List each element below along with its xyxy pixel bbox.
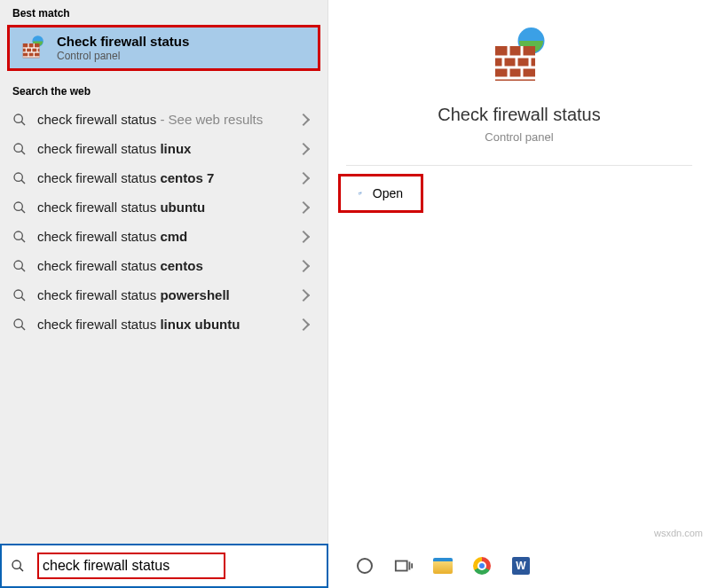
- section-web-header: Search the web: [0, 78, 327, 103]
- search-icon: [12, 113, 27, 127]
- web-result[interactable]: check firewall status ubuntu: [0, 192, 327, 222]
- search-icon: [12, 288, 27, 302]
- search-icon: [12, 259, 27, 273]
- taskbar-row: W: [0, 544, 710, 588]
- details-title: Check firewall status: [438, 105, 600, 125]
- chrome-icon[interactable]: [472, 556, 492, 576]
- search-icon: [12, 318, 27, 332]
- taskbar: W: [328, 544, 710, 588]
- web-result[interactable]: check firewall status centos 7: [0, 163, 327, 192]
- chevron-right-icon: [297, 230, 310, 242]
- svg-line-25: [21, 297, 25, 301]
- search-icon: [11, 559, 25, 573]
- svg-point-26: [14, 319, 22, 327]
- search-icon: [12, 200, 27, 215]
- section-best-match-header: Best match: [0, 0, 327, 25]
- search-icon: [12, 171, 27, 185]
- open-action[interactable]: Open: [341, 176, 421, 210]
- cortana-icon[interactable]: [355, 556, 375, 576]
- best-match-result[interactable]: Check firewall status Control panel: [7, 25, 320, 71]
- svg-point-12: [14, 114, 22, 122]
- web-result[interactable]: check firewall status cmd: [0, 222, 327, 251]
- svg-point-20: [14, 231, 22, 239]
- web-result[interactable]: check firewall status linux: [0, 134, 327, 163]
- firewall-icon: [487, 25, 551, 89]
- chevron-right-icon: [297, 200, 310, 213]
- svg-line-21: [21, 239, 25, 242]
- open-icon: [359, 185, 362, 201]
- task-view-icon[interactable]: [394, 556, 414, 576]
- svg-rect-40: [359, 192, 360, 194]
- web-result[interactable]: check firewall status powershell: [0, 280, 327, 310]
- details-subtitle: Control panel: [485, 130, 553, 144]
- chevron-right-icon: [297, 288, 310, 301]
- word-icon[interactable]: W: [511, 556, 531, 576]
- svg-line-15: [21, 151, 25, 154]
- svg-line-17: [21, 180, 25, 184]
- search-icon: [12, 230, 27, 244]
- web-result[interactable]: check firewall status - See web results: [0, 105, 327, 134]
- svg-point-24: [14, 290, 22, 298]
- best-match-subtitle: Control panel: [57, 50, 189, 62]
- best-match-title: Check firewall status: [57, 34, 189, 49]
- web-result[interactable]: check firewall status centos: [0, 251, 327, 280]
- search-box[interactable]: [0, 544, 328, 588]
- chevron-right-icon: [297, 142, 310, 154]
- svg-line-13: [21, 122, 25, 125]
- svg-rect-43: [396, 561, 407, 571]
- chevron-right-icon: [297, 259, 310, 271]
- firewall-icon: [20, 35, 46, 61]
- svg-point-18: [14, 202, 22, 210]
- svg-line-42: [20, 568, 23, 571]
- svg-point-22: [14, 261, 22, 269]
- svg-point-14: [14, 144, 22, 152]
- chevron-right-icon: [297, 171, 310, 184]
- search-query-highlight: [37, 553, 225, 579]
- svg-line-23: [21, 268, 25, 271]
- details-panel: Check firewall status Control panel Open: [328, 0, 710, 544]
- watermark: wsxdn.com: [654, 528, 703, 538]
- search-icon: [12, 142, 27, 156]
- svg-point-41: [12, 561, 20, 568]
- file-explorer-icon[interactable]: [433, 556, 453, 576]
- svg-line-19: [21, 209, 25, 213]
- chevron-right-icon: [297, 318, 310, 330]
- divider: [346, 165, 692, 166]
- web-results-list: check firewall status - See web results …: [0, 105, 327, 339]
- svg-line-27: [21, 326, 25, 330]
- search-results-panel: Best match Check firewall status Control…: [0, 0, 328, 544]
- svg-point-16: [14, 173, 22, 181]
- open-label: Open: [373, 186, 403, 200]
- web-result[interactable]: check firewall status linux ubuntu: [0, 310, 327, 339]
- search-input[interactable]: [41, 554, 222, 577]
- chevron-right-icon: [297, 113, 310, 125]
